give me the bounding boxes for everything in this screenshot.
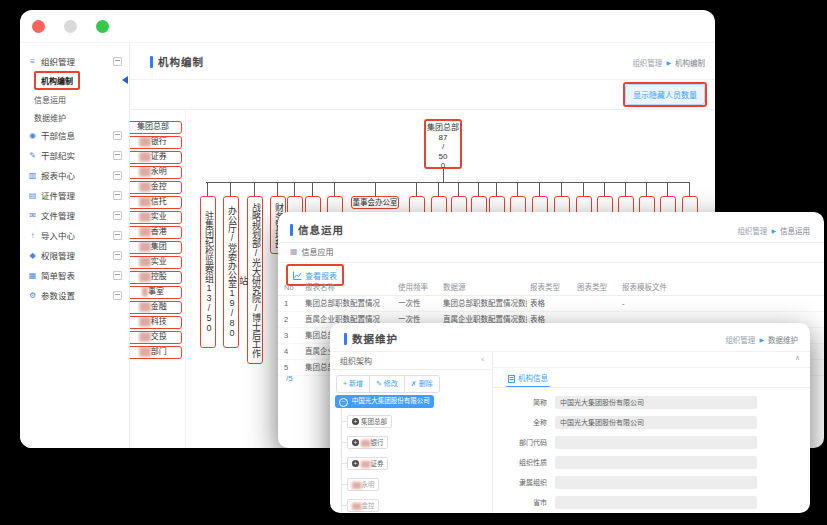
sidebar-item-干部纪实[interactable]: ✎干部纪实 [20, 145, 129, 165]
org-connector-stub [294, 182, 295, 196]
expand-icon[interactable] [113, 211, 122, 220]
删除-button[interactable]: ✗ 删除 [405, 376, 439, 392]
expand-icon[interactable] [113, 251, 122, 260]
redacted-text: ▓▓ [352, 502, 361, 509]
subsidiary-list-item[interactable]: ▓▓实业 [124, 256, 182, 269]
collapse-icon[interactable] [113, 57, 122, 66]
expand-icon[interactable] [113, 131, 122, 140]
breadcrumb-arrow-icon: ▶ [771, 227, 776, 234]
redacted-text: ▓▓ [139, 212, 151, 221]
org-node[interactable]: 董事会办公室 [351, 196, 399, 209]
sidebar-item-干部信息[interactable]: ◉干部信息 [20, 125, 129, 145]
subsidiary-list-item[interactable]: ▓▓银行 [124, 136, 182, 149]
minimize-window-icon[interactable] [64, 20, 77, 33]
tree-node[interactable]: +▓▓银行 [347, 436, 388, 449]
tree-root-node[interactable]: − 中国光大集团股份有限公司 [335, 395, 434, 408]
subitem-label-wrap: 信息运用 [34, 89, 66, 107]
expand-icon[interactable] [113, 271, 122, 280]
tree-node[interactable]: ▓▓金控 [347, 499, 379, 512]
subsidiary-list-item[interactable]: ▓▓科技 [124, 316, 182, 329]
sidebar-item-权限管理[interactable]: ◆权限管理 [20, 245, 129, 265]
field-input-全称[interactable]: 中国光大集团股份有限公司 [555, 416, 757, 429]
expand-icon[interactable] [113, 151, 122, 160]
collapse-up-icon[interactable]: ∧ [795, 354, 800, 362]
subsidiary-list-item[interactable]: 集团总部 [124, 121, 182, 134]
subsidiary-list-item[interactable]: ▓▓控股 [124, 271, 182, 284]
expand-icon[interactable] [113, 171, 122, 180]
sidebar-item-简单智表[interactable]: ▦简单智表 [20, 265, 129, 285]
close-window-icon[interactable] [32, 20, 45, 33]
sidebar-subitem-机构编制[interactable]: 机构编制 [20, 71, 129, 89]
subsidiary-list-item[interactable]: ▓▓实业 [124, 211, 182, 224]
expand-icon[interactable] [113, 231, 122, 240]
org-node[interactable]: 办公厅/党委办公室19/80 [223, 196, 239, 348]
toolbar: 显示隐藏人员数量 [130, 79, 715, 110]
org-root-node[interactable]: 集团总部 87 / 50 0 [424, 119, 462, 169]
tree-node[interactable]: +集团总部 [347, 415, 392, 428]
subsidiary-list-item[interactable]: ▓▓集团 [124, 241, 182, 254]
toggle-hidden-staff-count-button[interactable]: 显示隐藏人员数量 [625, 84, 705, 105]
新增-button[interactable]: + 新增 [337, 376, 370, 392]
field-input-隶属组织[interactable] [555, 476, 757, 489]
org-connector-stub [230, 182, 231, 196]
subsidiary-list-item[interactable]: ▓事室 [124, 286, 182, 299]
label-text: 香港 [151, 227, 167, 236]
subsidiary-list-item[interactable]: ▓▓证券 [124, 151, 182, 164]
menu-item-icon: ↑ [27, 231, 38, 240]
subsidiary-list-item[interactable]: ▓▓香港 [124, 226, 182, 239]
sidebar-item-证件管理[interactable]: ▤证件管理 [20, 185, 129, 205]
修改-button[interactable]: ✎ 修改 [370, 376, 405, 392]
section-header: ▦ 信息应用 [290, 246, 334, 257]
sidebar-subitem-数据维护[interactable]: 数据维护 [20, 107, 129, 125]
menu-item-icon: ◉ [27, 131, 38, 140]
breadcrumb-current: 机构编制 [675, 57, 705, 68]
org-node[interactable]: 驻集团纪检监察组13/50 [200, 196, 216, 348]
breadcrumb-parent[interactable]: 组织管理 [725, 334, 755, 345]
tree-connector-stub [341, 463, 347, 464]
expand-icon[interactable] [113, 191, 122, 200]
sidebar-item-导入中心[interactable]: ↑导入中心 [20, 225, 129, 245]
expand-node-icon[interactable]: + [352, 439, 359, 446]
breadcrumb-parent[interactable]: 组织管理 [632, 57, 662, 68]
org-management-icon: ≡ [27, 57, 38, 66]
field-input-组织性质[interactable] [555, 456, 757, 469]
org-node[interactable]: 战略规划部/光大研究院/博士后工作站 [247, 196, 263, 364]
redacted-text: ▓▓ [139, 197, 151, 206]
subsidiary-list-item[interactable]: ▓▓金控 [124, 181, 182, 194]
subsidiary-list-item[interactable]: ▓▓交投 [124, 331, 182, 344]
field-input-省市[interactable] [555, 496, 757, 509]
breadcrumb-parent[interactable]: 组织管理 [737, 225, 767, 236]
field-input-部门代码[interactable] [555, 436, 757, 449]
tab-org-info[interactable]: 机构信息 [506, 371, 550, 388]
tree-node[interactable]: +▓▓证券 [347, 457, 388, 470]
subsidiary-list-item[interactable]: ▓▓永明 [124, 166, 182, 179]
column-header: 报表类型 [530, 280, 574, 296]
org-connector-stub [438, 182, 439, 196]
collapse-node-icon[interactable]: − [339, 398, 348, 407]
org-connector-stub [458, 182, 459, 196]
expand-icon[interactable] [113, 291, 122, 300]
sidebar-item-org-management[interactable]: ≡ 组织管理 [20, 51, 129, 71]
subsidiary-list-item[interactable]: ▓▓部门 [124, 346, 182, 359]
collapse-left-icon[interactable]: ‹ [481, 355, 484, 364]
pagination[interactable]: /5 [286, 374, 293, 383]
menu-item-icon: ◆ [27, 251, 38, 260]
sidebar-subitem-信息运用[interactable]: 信息运用 [20, 89, 129, 107]
subsidiary-list-item[interactable]: ▓▓信托 [124, 196, 182, 209]
field-label: 简称 [492, 397, 547, 407]
table-row[interactable]: 1集团总部职数配置情况一次性集团总部职数配置情况数据源表格- [278, 296, 824, 312]
org-connector-stub [561, 182, 562, 196]
zoom-window-icon[interactable] [96, 20, 109, 33]
expand-node-icon[interactable]: + [352, 418, 359, 425]
expand-node-icon[interactable]: + [352, 460, 359, 467]
sidebar-item-参数设置[interactable]: ⚙参数设置 [20, 285, 129, 305]
sidebar-item-文件管理[interactable]: ✉文件管理 [20, 205, 129, 225]
field-input-简称[interactable]: 中国光大集团股份有限公司 [555, 396, 757, 409]
sidebar-item-报表中心[interactable]: ▥报表中心 [20, 165, 129, 185]
tree-node[interactable]: ▓▓永明 [347, 478, 379, 491]
table-cell: - [622, 296, 692, 311]
table-cell: 一次性 [398, 296, 440, 311]
subsidiary-list-item[interactable]: ▓▓金融 [124, 301, 182, 314]
menu-item-icon: ▥ [27, 171, 38, 180]
org-connector-stub [625, 182, 626, 196]
